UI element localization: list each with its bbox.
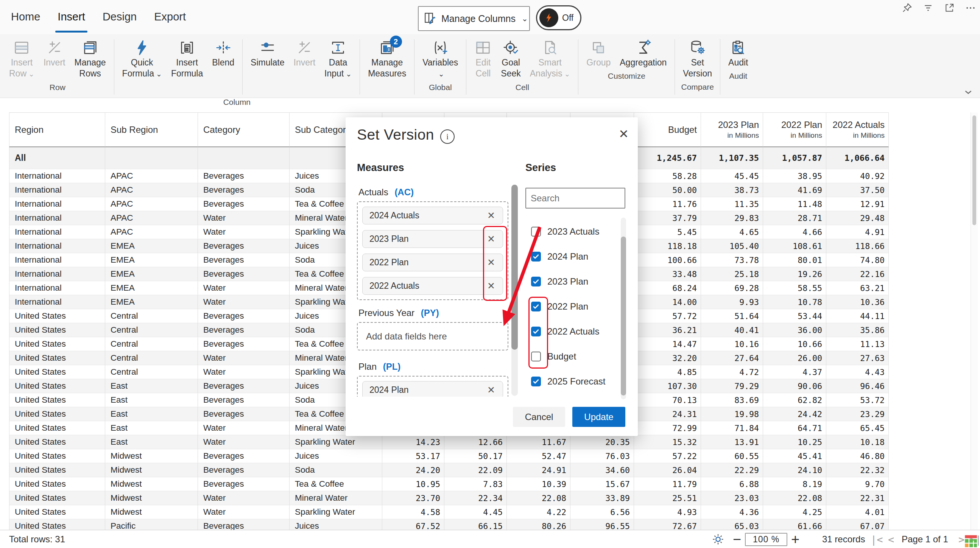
info-icon[interactable]: i bbox=[440, 129, 455, 144]
pin-icon[interactable] bbox=[901, 2, 913, 14]
invert-column-icon bbox=[296, 39, 313, 57]
scrollbar-thumb[interactable] bbox=[972, 116, 976, 225]
audit-button[interactable]: Audit bbox=[724, 38, 752, 68]
quick-formula-button[interactable]: QuickFormula⌄ bbox=[118, 38, 167, 80]
measure-dropzone[interactable]: 2024 Actuals✕2023 Plan✕2022 Plan✕2022 Ac… bbox=[357, 201, 508, 300]
value-cell: 11.76 bbox=[634, 197, 701, 211]
dimension-cell: EMEA bbox=[105, 239, 198, 253]
measure-chip-label: 2024 Actuals bbox=[369, 210, 419, 221]
tab-design[interactable]: Design bbox=[103, 0, 137, 34]
insert-row-icon bbox=[13, 39, 30, 57]
value-cell: 22.34 bbox=[444, 491, 507, 505]
ribbon-button-label: ⌄ bbox=[436, 68, 444, 79]
ribbon-button-label: Invert bbox=[294, 57, 316, 68]
set-version-button[interactable]: SetVersion bbox=[678, 38, 716, 79]
tab-export[interactable]: Export bbox=[154, 0, 186, 34]
count-badge: 2 bbox=[390, 36, 402, 48]
manage-columns-button[interactable]: Manage Columns ⌄ bbox=[418, 6, 530, 31]
checked-checkbox[interactable] bbox=[531, 327, 541, 337]
dimension-cell: EMEA bbox=[105, 281, 198, 295]
dimension-cell: Water bbox=[198, 351, 290, 365]
value-cell: 14.23 bbox=[382, 435, 444, 449]
checked-checkbox[interactable] bbox=[531, 376, 541, 386]
value-cell: 26.00 bbox=[763, 351, 826, 365]
top-strip: HomeInsertDesignExport Manage Columns ⌄ … bbox=[0, 0, 980, 34]
blend-button[interactable]: Blend bbox=[207, 38, 239, 68]
value-cell: 79.29 bbox=[701, 379, 763, 393]
zoom-in-button[interactable]: + bbox=[791, 530, 799, 548]
data-input-icon bbox=[329, 39, 347, 57]
value-cell: 23.29 bbox=[826, 407, 889, 421]
data-input-button[interactable]: DataInput⌄ bbox=[320, 38, 356, 80]
measure-dropzone[interactable]: Add data fields here bbox=[357, 322, 508, 351]
unchecked-checkbox[interactable] bbox=[531, 352, 541, 361]
measure-chip[interactable]: 2022 Plan✕ bbox=[362, 254, 503, 272]
remove-chip-icon[interactable]: ✕ bbox=[485, 280, 497, 291]
column-header: Region bbox=[9, 113, 105, 147]
value-cell: 108.61 bbox=[763, 239, 826, 253]
previous-page-button[interactable]: < bbox=[888, 530, 894, 548]
variables-button[interactable]: Variables⌄ bbox=[418, 38, 463, 80]
manage-rows-button[interactable]: ManageRows bbox=[70, 38, 110, 79]
cancel-button[interactable]: Cancel bbox=[513, 407, 565, 427]
more-options-icon[interactable] bbox=[965, 2, 976, 14]
value-cell: 6.88 bbox=[701, 477, 763, 491]
measures-scrollbar[interactable] bbox=[511, 185, 518, 396]
value-cell: 10.16 bbox=[701, 337, 763, 351]
insert-formula-button[interactable]: InsertFormula bbox=[167, 38, 207, 79]
filter-icon[interactable] bbox=[923, 2, 934, 14]
remove-chip-icon[interactable]: ✕ bbox=[485, 384, 497, 396]
scrollbar-thumb[interactable] bbox=[511, 185, 518, 350]
settings-gear-icon[interactable] bbox=[712, 530, 724, 548]
remove-chip-icon[interactable]: ✕ bbox=[485, 257, 497, 268]
zoom-out-button[interactable]: − bbox=[733, 530, 741, 548]
value-cell: 15.67 bbox=[570, 477, 634, 491]
column-header: Budget bbox=[634, 113, 701, 147]
checked-checkbox[interactable] bbox=[531, 252, 541, 262]
tab-home[interactable]: Home bbox=[11, 0, 40, 34]
value-cell: 74.80 bbox=[826, 253, 889, 267]
value-cell: 22.16 bbox=[826, 267, 889, 281]
remove-chip-icon[interactable]: ✕ bbox=[485, 210, 497, 221]
remove-chip-icon[interactable]: ✕ bbox=[485, 233, 497, 245]
value-cell: 1,057.87 bbox=[763, 147, 826, 169]
dimension-cell: Beverages bbox=[198, 197, 290, 211]
measure-chip[interactable]: 2022 Actuals✕ bbox=[362, 277, 503, 295]
measure-chip[interactable]: 2024 Actuals✕ bbox=[362, 206, 503, 224]
measure-group-code: (AC) bbox=[395, 187, 414, 197]
series-search-input[interactable] bbox=[525, 188, 625, 208]
value-cell: 4.72 bbox=[701, 365, 763, 379]
scrollbar-thumb[interactable] bbox=[621, 237, 626, 396]
value-cell: 53.44 bbox=[763, 309, 826, 323]
measure-chip[interactable]: 2023 Plan✕ bbox=[362, 230, 503, 248]
checked-checkbox[interactable] bbox=[531, 302, 541, 311]
checked-checkbox[interactable] bbox=[531, 276, 541, 286]
goal-seek-button[interactable]: GoalSeek bbox=[496, 38, 525, 79]
tab-insert[interactable]: Insert bbox=[57, 0, 85, 34]
collapse-ribbon-icon[interactable] bbox=[963, 86, 974, 95]
measure-chip[interactable]: 2024 Plan✕ bbox=[362, 381, 503, 397]
table-row: United StatesMidwestBeveragesTea & Coffe… bbox=[9, 477, 889, 491]
vertical-scrollbar[interactable] bbox=[970, 113, 978, 530]
update-button[interactable]: Update bbox=[572, 407, 625, 427]
series-scrollbar[interactable] bbox=[621, 218, 626, 399]
first-page-button[interactable]: |< bbox=[870, 530, 883, 548]
manage-columns-icon bbox=[423, 11, 437, 26]
value-cell: 11.13 bbox=[826, 337, 889, 351]
unchecked-checkbox[interactable] bbox=[531, 227, 541, 237]
value-cell: 26.04 bbox=[634, 463, 701, 477]
aggregation-button[interactable]: Aggregation bbox=[615, 38, 671, 68]
zoom-level[interactable]: 100 % bbox=[745, 533, 788, 546]
close-icon[interactable]: ✕ bbox=[619, 128, 629, 140]
manage-measures-button[interactable]: 2ManageMeasures bbox=[363, 38, 411, 79]
dimension-cell: Central bbox=[105, 337, 198, 351]
aggregation-icon bbox=[635, 39, 652, 57]
value-cell: 12.66 bbox=[444, 435, 507, 449]
power-toggle[interactable]: Off bbox=[536, 5, 581, 30]
simulate-button[interactable]: Simulate bbox=[246, 38, 289, 68]
popout-icon[interactable] bbox=[943, 2, 955, 14]
measure-dropzone[interactable]: 2024 Plan✕ bbox=[357, 376, 508, 397]
ribbon-button-label: Manage bbox=[371, 57, 403, 68]
group-divider bbox=[114, 39, 114, 95]
value-cell: 22.09 bbox=[444, 463, 507, 477]
